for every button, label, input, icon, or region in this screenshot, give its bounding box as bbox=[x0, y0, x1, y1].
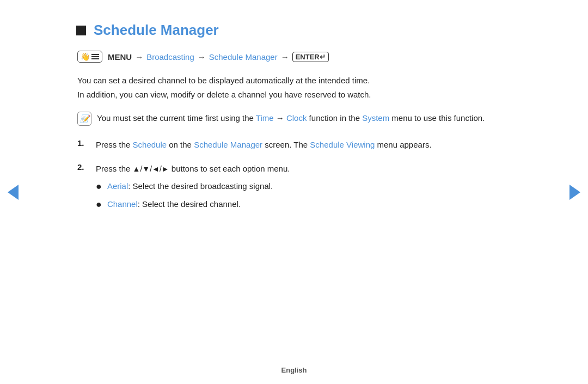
menu-icon: 👋 bbox=[77, 51, 102, 63]
step1-schedule-manager-link[interactable]: Schedule Manager bbox=[194, 140, 262, 149]
note-text-middle: function in the bbox=[307, 113, 362, 123]
steps-list: 1. Press the Schedule on the Schedule Ma… bbox=[77, 138, 512, 216]
breadcrumb-arrow-2: → bbox=[198, 52, 206, 62]
step1-schedule-viewing-link[interactable]: Schedule Viewing bbox=[310, 140, 375, 149]
note-icon: 📝 bbox=[77, 112, 91, 126]
note-row: 📝 You must set the current time first us… bbox=[77, 111, 512, 126]
hand-icon: 👋 bbox=[81, 52, 90, 61]
note-text: You must set the current time first usin… bbox=[97, 111, 485, 125]
channel-text: Channel: Select the desired channel. bbox=[107, 198, 241, 211]
nav-arrow-right[interactable] bbox=[569, 185, 580, 200]
channel-link[interactable]: Channel bbox=[107, 199, 138, 209]
step-2: 2. Press the ▲/▼/◄/► buttons to set each… bbox=[77, 162, 512, 216]
enter-icon: ENTER↵ bbox=[292, 52, 329, 62]
breadcrumb-menu-label: MENU bbox=[108, 52, 132, 62]
step1-text-before: Press the bbox=[96, 140, 133, 149]
step-2-text: Press the ▲/▼/◄/► buttons to set each op… bbox=[96, 162, 290, 216]
step1-text-after: screen. The bbox=[262, 140, 310, 149]
note-system-link[interactable]: System bbox=[362, 113, 389, 123]
breadcrumb: 👋 MENU → Broadcasting → Schedule Manager… bbox=[77, 51, 512, 63]
note-text-before: You must set the current time first usin… bbox=[97, 113, 256, 123]
step2-main-text: Press the ▲/▼/◄/► buttons to set each op… bbox=[96, 164, 290, 173]
breadcrumb-schedule-manager[interactable]: Schedule Manager bbox=[209, 52, 278, 62]
page-title-row: Schedule Manager bbox=[76, 22, 512, 39]
step-2-number: 2. bbox=[77, 162, 88, 172]
note-text-after: menu to use this function. bbox=[389, 113, 485, 123]
footer: English bbox=[281, 366, 307, 374]
step-1-number: 1. bbox=[77, 138, 88, 148]
main-content: Schedule Manager 👋 MENU → Broadcasting →… bbox=[33, 0, 555, 248]
description-text: You can set a desired channel to be disp… bbox=[77, 74, 512, 101]
note-time-link[interactable]: Time bbox=[256, 113, 274, 123]
page-title: Schedule Manager bbox=[94, 22, 219, 39]
note-clock-link[interactable]: Clock bbox=[286, 113, 307, 123]
bullet-channel: ● bbox=[96, 198, 102, 211]
step1-schedule-link[interactable]: Schedule bbox=[133, 140, 167, 149]
note-arrow: → bbox=[274, 113, 286, 123]
aerial-link[interactable]: Aerial bbox=[107, 181, 128, 191]
step-1-text: Press the Schedule on the Schedule Manag… bbox=[96, 138, 432, 152]
aerial-text: Aerial: Select the desired broadcasting … bbox=[107, 180, 273, 193]
breadcrumb-arrow-1: → bbox=[135, 52, 143, 62]
sub-list: ● Aerial: Select the desired broadcastin… bbox=[96, 180, 290, 211]
bars-icon bbox=[91, 54, 99, 59]
step-1: 1. Press the Schedule on the Schedule Ma… bbox=[77, 138, 512, 152]
sub-item-channel: ● Channel: Select the desired channel. bbox=[96, 198, 290, 211]
sub-item-aerial: ● Aerial: Select the desired broadcastin… bbox=[96, 180, 290, 193]
bullet-aerial: ● bbox=[96, 180, 102, 193]
breadcrumb-arrow-3: → bbox=[281, 52, 289, 62]
breadcrumb-broadcasting[interactable]: Broadcasting bbox=[146, 52, 194, 62]
dpad-arrows: ▲/▼/◄/► bbox=[133, 164, 169, 173]
step1-text-end: menu appears. bbox=[375, 140, 431, 149]
title-icon bbox=[76, 26, 86, 35]
step1-text-middle: on the bbox=[167, 140, 194, 149]
footer-language: English bbox=[281, 366, 307, 374]
nav-arrow-left[interactable] bbox=[8, 185, 19, 200]
